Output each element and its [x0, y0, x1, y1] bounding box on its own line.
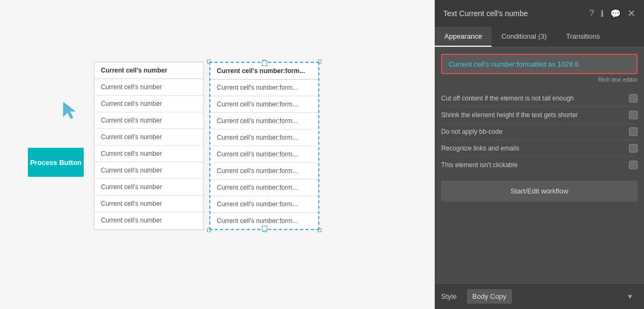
list-item: Current cell's number:form... [210, 130, 318, 146]
help-icon[interactable]: ? [589, 9, 594, 18]
list-item: Current cell's number:form... [210, 113, 318, 130]
toggle-checkbox-bbcode[interactable] [629, 127, 638, 136]
table-1: Current cell's number Current cell's num… [94, 62, 204, 230]
panel-icons: ? ℹ 💬 ✕ [589, 8, 635, 19]
list-item: Current cell's number:form... [210, 146, 318, 163]
list-item: Current cell's number:form... [210, 163, 318, 179]
list-item: Current cell's number [94, 196, 203, 212]
rich-text-label: Rich text editor [441, 76, 638, 83]
list-item: Current cell's number:form... [210, 96, 318, 113]
list-item: Current cell's number [94, 96, 203, 112]
style-label: Style [441, 292, 460, 300]
list-item: Current cell's number [94, 129, 203, 146]
style-select[interactable]: Body Copy [467, 289, 512, 304]
list-item: Current cell's number:form... [210, 213, 318, 229]
list-item: Current cell's number [94, 112, 203, 129]
panel-header: Text Current cell's numbe ? ℹ 💬 ✕ [435, 0, 644, 27]
tables-container: Current cell's number Current cell's num… [94, 62, 319, 230]
chevron-down-icon: ▼ [627, 293, 633, 300]
toggle-row-clickable: This element isn't clickable [441, 157, 638, 173]
toggle-label-shrink: Shrink the element height if the text ge… [441, 111, 629, 119]
list-item: Current cell's number [94, 146, 203, 162]
list-item: Current cell's number [94, 212, 203, 228]
comment-icon[interactable]: 💬 [610, 9, 621, 19]
workflow-button[interactable]: Start/Edit workflow [441, 181, 638, 202]
canvas-area: Process Button Current cell's number Cur… [0, 0, 435, 309]
toggle-label-bbcode: Do not apply bb-code [441, 128, 629, 135]
toggle-row-links: Recognize links and emails [441, 140, 638, 157]
list-item: Current cell's number [94, 179, 203, 196]
process-button-label: Process Button [30, 159, 82, 167]
list-item: Current cell's number:form... [210, 179, 318, 196]
toggle-checkbox-clickable[interactable] [629, 161, 638, 169]
panel-tabs: Appearance Conditional (3) Transitions [435, 27, 644, 47]
text-editor-box[interactable]: Current cell's number:formatted as 1028.… [441, 54, 638, 74]
toggle-row-cut-off: Cut off content if the element is not ta… [441, 90, 638, 107]
list-item: Current cell's number:form... [210, 80, 318, 96]
panel-content: Current cell's number:formatted as 1028.… [435, 47, 644, 283]
info-icon[interactable]: ℹ [601, 9, 604, 19]
list-item: Current cell's number [94, 79, 203, 96]
style-select-wrapper: Body Copy ▼ [467, 289, 638, 304]
close-icon[interactable]: ✕ [627, 8, 635, 19]
toggle-checkbox-cut-off[interactable] [629, 94, 638, 103]
cursor-icon [59, 99, 80, 121]
panel-title: Text Current cell's numbe [443, 9, 528, 18]
toggle-row-bbcode: Do not apply bb-code [441, 124, 638, 140]
table-2[interactable]: Current cell's number:form... Current ce… [209, 62, 319, 230]
text-editor-value: Current cell's number:formatted as 1028.… [449, 60, 579, 68]
table-2-header: Current cell's number:form... [210, 63, 318, 80]
toggle-checkbox-links[interactable] [629, 144, 638, 153]
selected-table-wrapper: Current cell's number:form... Current ce… [209, 62, 319, 230]
list-item: Current cell's number:form... [210, 196, 318, 213]
tab-appearance[interactable]: Appearance [435, 27, 492, 47]
process-button[interactable]: Process Button [28, 148, 84, 177]
toggle-row-shrink: Shrink the element height if the text ge… [441, 107, 638, 124]
table-1-header: Current cell's number [94, 62, 203, 79]
tab-conditional[interactable]: Conditional (3) [492, 27, 557, 47]
style-row: Style Body Copy ▼ [435, 283, 644, 309]
toggle-checkbox-shrink[interactable] [629, 111, 638, 119]
toggle-label-links: Recognize links and emails [441, 145, 629, 152]
toggle-label-cut-off: Cut off content if the element is not ta… [441, 95, 629, 102]
svg-marker-0 [63, 102, 75, 119]
list-item: Current cell's number [94, 162, 203, 179]
right-panel: Text Current cell's numbe ? ℹ 💬 ✕ Appear… [435, 0, 644, 309]
tab-transitions[interactable]: Transitions [557, 27, 610, 47]
toggle-label-clickable: This element isn't clickable [441, 161, 629, 169]
